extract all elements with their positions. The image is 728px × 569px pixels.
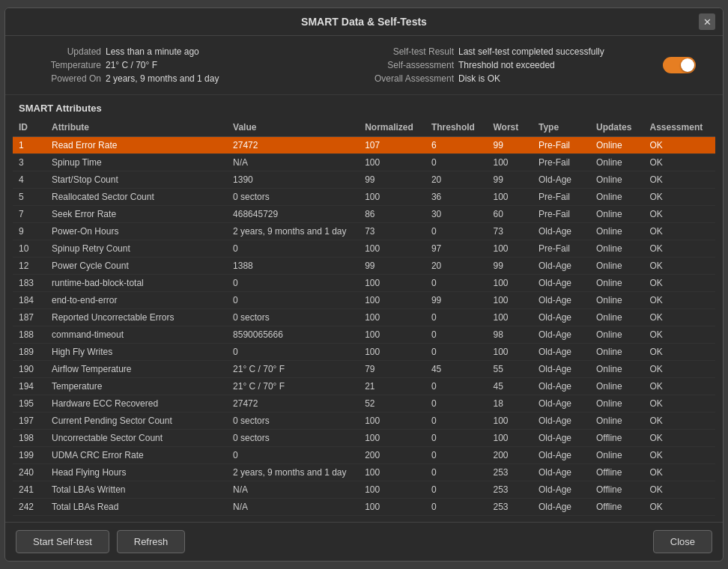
self-test-result-value: Last self-test completed successfully: [458, 46, 604, 57]
table-row[interactable]: 184end-to-end-error010099100Old-AgeOnlin…: [13, 292, 715, 309]
cell-updates: Online: [590, 258, 644, 275]
smart-table: ID Attribute Value Normalized Threshold …: [13, 118, 715, 516]
temperature-label: Temperature: [19, 60, 101, 70]
cell-type: Pre-Fail: [533, 189, 590, 206]
toggle-switch[interactable]: [663, 57, 696, 73]
cell-normalized: 100: [359, 292, 425, 309]
cell-type: Pre-Fail: [533, 240, 590, 258]
cell-attribute: Spinup Retry Count: [46, 240, 227, 258]
cell-normalized: 86: [359, 206, 425, 223]
table-wrapper[interactable]: ID Attribute Value Normalized Threshold …: [5, 118, 723, 522]
cell-id: 199: [13, 447, 46, 464]
cell-value: 468645729: [227, 206, 359, 223]
table-row[interactable]: 199UDMA CRC Error Rate02000200Old-AgeOnl…: [13, 447, 715, 464]
cell-normalized: 52: [359, 395, 425, 413]
table-row[interactable]: 7Seek Error Rate468645729863060Pre-FailO…: [13, 206, 715, 223]
cell-assessment: OK: [644, 344, 716, 361]
cell-worst: 18: [487, 395, 533, 413]
cell-type: Pre-Fail: [533, 206, 590, 223]
col-header-updates: Updates: [590, 118, 644, 137]
table-row[interactable]: 195Hardware ECC Recovered2747252018Old-A…: [13, 395, 715, 413]
cell-updates: Online: [590, 344, 644, 361]
start-self-test-button[interactable]: Start Self-test: [16, 530, 109, 553]
dialog-title: SMART Data & Self-Tests: [301, 16, 427, 28]
table-row[interactable]: 198Uncorrectable Sector Count0 sectors10…: [13, 430, 715, 447]
cell-worst: 100: [487, 344, 533, 361]
table-row[interactable]: 187Reported Uncorrectable Errors0 sector…: [13, 309, 715, 326]
cell-type: Old-Age: [533, 413, 590, 430]
cell-normalized: 100: [359, 481, 425, 499]
cell-assessment: OK: [644, 464, 716, 481]
toggle-track[interactable]: [663, 57, 696, 73]
table-row[interactable]: 3Spinup TimeN/A1000100Pre-FailOnlineOK: [13, 154, 715, 171]
table-row[interactable]: 10Spinup Retry Count010097100Pre-FailOnl…: [13, 240, 715, 258]
cell-value: N/A: [227, 154, 359, 171]
table-row[interactable]: 183runtime-bad-block-total01000100Old-Ag…: [13, 275, 715, 292]
cell-assessment: OK: [644, 154, 716, 171]
cell-id: 197: [13, 413, 46, 430]
cell-value: 2 years, 9 months and 1 day: [227, 223, 359, 240]
table-row[interactable]: 12Power Cycle Count1388992099Old-AgeOnli…: [13, 258, 715, 275]
cell-updates: Online: [590, 223, 644, 240]
close-x-button[interactable]: ✕: [699, 13, 715, 30]
table-row[interactable]: 189High Fly Writes01000100Old-AgeOnlineO…: [13, 344, 715, 361]
col-header-assessment: Assessment: [644, 118, 716, 137]
cell-value: 1390: [227, 171, 359, 189]
cell-assessment: OK: [644, 326, 716, 344]
updated-value: Less than a minute ago: [106, 46, 199, 57]
cell-updates: Offline: [590, 464, 644, 481]
cell-assessment: OK: [644, 206, 716, 223]
cell-value: 0 sectors: [227, 413, 359, 430]
cell-normalized: 100: [359, 240, 425, 258]
table-row[interactable]: 240Head Flying Hours2 years, 9 months an…: [13, 464, 715, 481]
cell-value: 0 sectors: [227, 430, 359, 447]
table-body: 1Read Error Rate27472107699Pre-FailOnlin…: [13, 137, 715, 516]
cell-normalized: 100: [359, 275, 425, 292]
close-button[interactable]: Close: [653, 530, 712, 553]
cell-value: 21° C / 70° F: [227, 361, 359, 378]
cell-id: 189: [13, 344, 46, 361]
cell-normalized: 100: [359, 154, 425, 171]
cell-normalized: 73: [359, 223, 425, 240]
cell-type: Old-Age: [533, 395, 590, 413]
cell-worst: 98: [487, 326, 533, 344]
cell-attribute: UDMA CRC Error Rate: [46, 447, 227, 464]
cell-type: Old-Age: [533, 292, 590, 309]
col-header-threshold: Threshold: [425, 118, 488, 137]
cell-assessment: OK: [644, 413, 716, 430]
cell-worst: 100: [487, 154, 533, 171]
cell-value: N/A: [227, 481, 359, 499]
cell-updates: Online: [590, 309, 644, 326]
overall-assessment-value: Disk is OK: [458, 73, 500, 84]
table-row[interactable]: 190Airflow Temperature21° C / 70° F79455…: [13, 361, 715, 378]
cell-threshold: 0: [425, 413, 488, 430]
cell-updates: Online: [590, 326, 644, 344]
table-row[interactable]: 242Total LBAs ReadN/A1000253Old-AgeOffli…: [13, 499, 715, 516]
cell-attribute: Read Error Rate: [46, 137, 227, 154]
cell-threshold: 0: [425, 344, 488, 361]
cell-type: Old-Age: [533, 275, 590, 292]
cell-worst: 253: [487, 464, 533, 481]
cell-id: 242: [13, 499, 46, 516]
cell-id: 5: [13, 189, 46, 206]
cell-assessment: OK: [644, 240, 716, 258]
cell-attribute: Current Pending Sector Count: [46, 413, 227, 430]
cell-value: 27472: [227, 137, 359, 154]
overall-assessment-row: Overall Assessment Disk is OK: [371, 72, 709, 85]
cell-attribute: Start/Stop Count: [46, 171, 227, 189]
refresh-button[interactable]: Refresh: [117, 530, 186, 553]
table-row[interactable]: 4Start/Stop Count1390992099Old-AgeOnline…: [13, 171, 715, 189]
table-row[interactable]: 197Current Pending Sector Count0 sectors…: [13, 413, 715, 430]
self-assessment-value: Threshold not exceeded: [458, 60, 555, 70]
cell-worst: 100: [487, 413, 533, 430]
table-row[interactable]: 241Total LBAs WrittenN/A1000253Old-AgeOf…: [13, 481, 715, 499]
table-row[interactable]: 9Power-On Hours2 years, 9 months and 1 d…: [13, 223, 715, 240]
cell-attribute: Total LBAs Written: [46, 481, 227, 499]
cell-assessment: OK: [644, 258, 716, 275]
table-row[interactable]: 194Temperature21° C / 70° F21045Old-AgeO…: [13, 378, 715, 395]
table-row[interactable]: 5Reallocated Sector Count0 sectors100361…: [13, 189, 715, 206]
table-row[interactable]: 1Read Error Rate27472107699Pre-FailOnlin…: [13, 137, 715, 154]
cell-type: Old-Age: [533, 361, 590, 378]
table-row[interactable]: 188command-timeout8590065666100098Old-Ag…: [13, 326, 715, 344]
cell-threshold: 0: [425, 309, 488, 326]
